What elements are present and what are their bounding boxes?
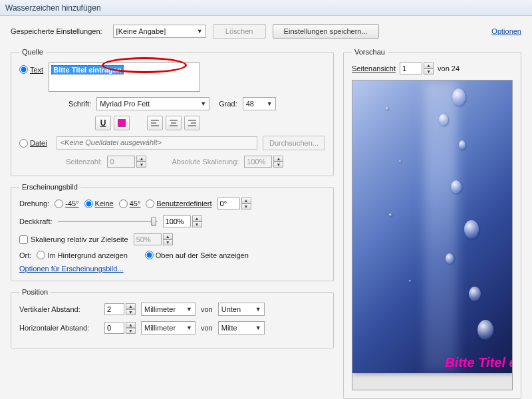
spin-down-icon[interactable]: ▼ xyxy=(163,239,173,245)
absscale-label: Absolute Skalierung: xyxy=(172,158,239,166)
browse-button[interactable]: Durchsuchen... xyxy=(263,136,325,150)
scale-relative-spinner[interactable]: ▲▼ xyxy=(134,233,173,245)
location-label: Ort: xyxy=(19,251,31,259)
align-left-icon xyxy=(150,118,160,128)
group-vorschau: Vorschau Seitenansicht ▲▼ von 24 xyxy=(343,48,521,399)
spin-down-icon[interactable]: ▼ xyxy=(241,203,251,209)
caret-down-icon: ▼ xyxy=(186,325,192,331)
save-settings-button[interactable]: Einstellungen speichern... xyxy=(273,24,379,39)
spin-down-icon[interactable]: ▼ xyxy=(273,162,283,168)
title-bar: Wasserzeichen hinzufügen xyxy=(0,0,532,16)
opacity-spinner[interactable]: ▲▼ xyxy=(163,215,202,227)
dialog-window: Wasserzeichen hinzufügen Gespeicherte Ei… xyxy=(0,0,532,399)
options-link[interactable]: Optionen xyxy=(491,27,521,35)
absscale-spinner[interactable]: ▲▼ xyxy=(244,156,283,168)
group-quelle: Quelle Text Bitte Titel eintragen Schrif… xyxy=(11,48,334,176)
saved-settings-dropdown[interactable]: [Keine Angabe] ▼ xyxy=(113,25,206,38)
align-center-button[interactable] xyxy=(166,116,182,130)
loc-bg-radio[interactable]: Im Hintergrund anzeigen xyxy=(37,251,127,259)
spin-up-icon[interactable]: ▲ xyxy=(273,156,283,162)
rotation-label: Drehung: xyxy=(19,200,49,207)
spin-up-icon[interactable]: ▲ xyxy=(241,198,251,203)
vdist-spinner[interactable]: ▲▼ xyxy=(104,303,136,315)
appearance-options-link[interactable]: Optionen für Erscheinungsbild... xyxy=(19,265,124,273)
scale-relative-checkbox[interactable]: Skalierung relativ zur Zielseite xyxy=(19,235,128,244)
spin-down-icon[interactable]: ▼ xyxy=(136,162,146,168)
spin-down-icon[interactable]: ▼ xyxy=(126,309,136,315)
underline-button[interactable]: U xyxy=(95,116,111,130)
font-dropdown[interactable]: Myriad Pro Fett ▼ xyxy=(96,97,209,110)
align-right-icon xyxy=(188,118,197,128)
rot-custom-spinner[interactable]: ▲▼ xyxy=(217,198,251,209)
source-file-radio[interactable]: Datei xyxy=(19,139,47,148)
align-right-button[interactable] xyxy=(184,116,200,130)
pageno-label: Seitenzahl: xyxy=(66,158,102,166)
opacity-label: Deckkraft: xyxy=(19,217,53,225)
caret-down-icon: ▼ xyxy=(255,325,261,331)
source-text-radio[interactable]: Text xyxy=(19,65,43,74)
hdist-from-label: von xyxy=(201,324,213,332)
window-title: Wasserzeichen hinzufügen xyxy=(5,3,101,13)
vdist-label: Vertikaler Abstand: xyxy=(19,305,99,313)
pageview-total: von 24 xyxy=(438,65,460,72)
caret-down-icon: ▼ xyxy=(200,100,206,107)
group-position-legend: Position xyxy=(19,288,51,296)
rot-p45-radio[interactable]: 45° xyxy=(119,200,141,208)
group-erscheinung-legend: Erscheinungsbild xyxy=(19,183,80,191)
pageview-label: Seitenansicht xyxy=(352,65,396,72)
pageno-spinner[interactable]: ▲▼ xyxy=(107,156,146,168)
loc-fg-radio[interactable]: Oben auf der Seite anzeigen xyxy=(145,251,249,259)
spin-down-icon[interactable]: ▼ xyxy=(126,328,136,334)
source-file-path: <Keine Quelldatei ausgewählt> xyxy=(57,136,257,150)
group-quelle-legend: Quelle xyxy=(19,48,46,56)
top-toolbar: Gespeicherte Einstellungen: [Keine Angab… xyxy=(11,24,521,39)
opacity-slider[interactable] xyxy=(58,215,158,228)
spin-up-icon[interactable]: ▲ xyxy=(424,63,434,68)
watermark-text-input[interactable]: Bitte Titel eintragen xyxy=(49,63,200,92)
caret-down-icon: ▼ xyxy=(267,100,273,107)
group-position: Position Vertikaler Abstand: ▲▼ Millimet… xyxy=(11,288,334,348)
watermark-preview-text: Bitte Titel eintrage xyxy=(445,355,512,370)
delete-button[interactable]: Löschen xyxy=(213,24,266,39)
spin-down-icon[interactable]: ▼ xyxy=(192,221,202,227)
color-swatch-icon xyxy=(118,119,126,127)
pageview-spinner[interactable]: ▲▼ xyxy=(400,63,434,74)
saved-settings-value: [Keine Angabe] xyxy=(116,27,166,35)
caret-down-icon: ▼ xyxy=(197,28,203,35)
hdist-from-dropdown[interactable]: Mitte ▼ xyxy=(218,321,265,334)
vdist-from-label: von xyxy=(201,305,213,313)
rot-m45-radio[interactable]: -45° xyxy=(55,200,78,208)
font-label: Schrift: xyxy=(68,100,91,108)
group-vorschau-legend: Vorschau xyxy=(352,48,388,56)
hdist-spinner[interactable]: ▲▼ xyxy=(104,322,136,334)
preview-frame: Bitte Titel eintrage xyxy=(352,80,513,390)
caret-down-icon: ▼ xyxy=(255,306,261,313)
spin-up-icon[interactable]: ▲ xyxy=(163,233,173,239)
rot-none-radio[interactable]: Keine xyxy=(84,200,114,208)
font-size-dropdown[interactable]: 48 ▼ xyxy=(243,97,276,110)
vdist-from-dropdown[interactable]: Unten ▼ xyxy=(218,303,265,316)
vdist-unit-dropdown[interactable]: Millimeter ▼ xyxy=(141,303,196,316)
spin-up-icon[interactable]: ▲ xyxy=(126,322,136,328)
spin-up-icon[interactable]: ▲ xyxy=(126,303,136,309)
saved-settings-label: Gespeicherte Einstellungen: xyxy=(11,27,102,35)
rot-custom-radio[interactable]: Benutzerdefiniert xyxy=(146,200,211,208)
caret-down-icon: ▼ xyxy=(186,306,192,313)
spin-down-icon[interactable]: ▼ xyxy=(424,68,434,74)
align-center-icon xyxy=(169,118,178,128)
hdist-unit-dropdown[interactable]: Millimeter ▼ xyxy=(141,321,196,334)
preview-page: Bitte Titel eintrage xyxy=(352,80,512,373)
hdist-label: Horizontaler Abstand: xyxy=(19,324,99,332)
group-erscheinung: Erscheinungsbild Drehung: -45° Keine 45°… xyxy=(11,183,334,281)
size-label: Grad: xyxy=(219,100,237,108)
spin-up-icon[interactable]: ▲ xyxy=(192,215,202,221)
text-color-button[interactable] xyxy=(114,116,130,130)
slider-thumb-icon[interactable] xyxy=(151,217,156,226)
align-left-button[interactable] xyxy=(147,116,163,130)
spin-up-icon[interactable]: ▲ xyxy=(136,156,146,162)
